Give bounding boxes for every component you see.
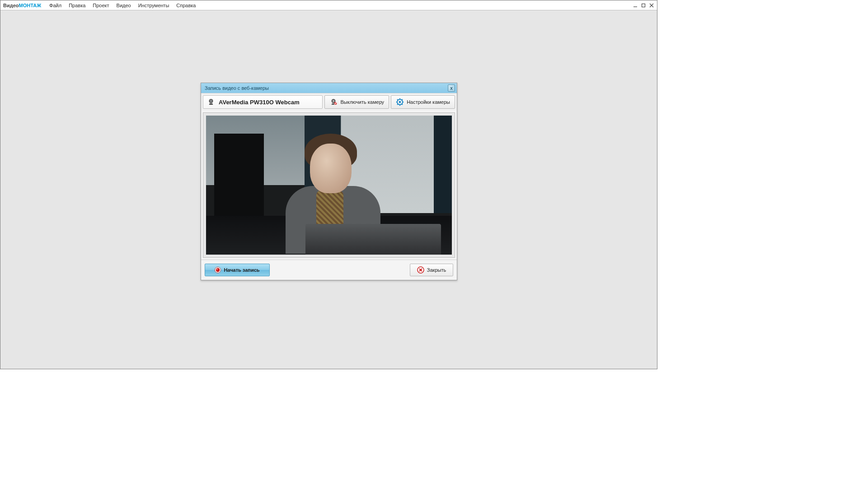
gear-icon [396,98,404,106]
dialog-titlebar[interactable]: Запись видео с веб-камеры x [201,83,457,93]
start-record-label: Начать запись [224,267,259,273]
camera-name-label: AVerMedia PW310O Webcam [219,99,300,106]
camera-settings-button[interactable]: Настройки камеры [391,95,455,109]
svg-line-16 [397,99,398,100]
app-title-part1: Видео [3,3,19,8]
svg-point-23 [216,268,220,272]
close-label: Закрыть [427,267,446,273]
svg-point-20 [399,101,401,103]
close-icon: x [450,86,453,91]
close-red-icon [417,266,424,274]
dialog-footer: Начать запись Закрыть [201,260,457,280]
menubar: ВидеоМОНТАЖ Файл Правка Проект Видео Инс… [0,0,657,10]
footer-spacer [273,264,406,276]
disable-camera-button[interactable]: Выключить камеру [324,95,389,109]
webcam-preview [206,116,452,255]
webcam-record-dialog: Запись видео с веб-камеры x AVerMedia PW… [201,83,457,280]
camera-settings-label: Настройки камеры [407,99,450,105]
svg-line-19 [397,104,398,105]
menu-tools[interactable]: Инструменты [135,3,173,8]
window-maximize-button[interactable] [640,2,647,9]
start-record-button[interactable]: Начать запись [205,264,270,276]
record-icon [215,267,221,273]
disable-camera-label: Выключить камеру [340,99,384,105]
app-title: ВидеоМОНТАЖ [3,3,41,8]
svg-rect-1 [642,4,645,7]
close-button[interactable]: Закрыть [410,264,453,276]
svg-point-6 [211,101,211,102]
window-minimize-button[interactable] [632,2,639,9]
window-controls [632,2,657,9]
svg-line-18 [402,99,403,100]
app-title-part2: МОНТАЖ [19,3,42,8]
menu-edit[interactable]: Правка [65,3,89,8]
window-close-button[interactable] [648,2,655,9]
svg-point-8 [333,100,335,102]
menu-help[interactable]: Справка [173,3,199,8]
camera-off-icon [329,98,338,106]
menu-file[interactable]: Файл [46,3,65,8]
svg-point-24 [216,269,218,270]
dialog-toolbar: AVerMedia PW310O Webcam Выключить камеру [201,93,457,111]
dialog-title: Запись видео с веб-камеры [205,85,269,91]
app-window: ВидеоМОНТАЖ Файл Правка Проект Видео Инс… [0,0,657,369]
menu-video[interactable]: Видео [113,3,135,8]
webcam-icon [207,98,215,106]
menu-project[interactable]: Проект [89,3,113,8]
dialog-close-button[interactable]: x [448,84,455,92]
svg-line-17 [402,104,403,105]
preview-container [203,112,455,258]
camera-selector[interactable]: AVerMedia PW310O Webcam [203,95,323,109]
